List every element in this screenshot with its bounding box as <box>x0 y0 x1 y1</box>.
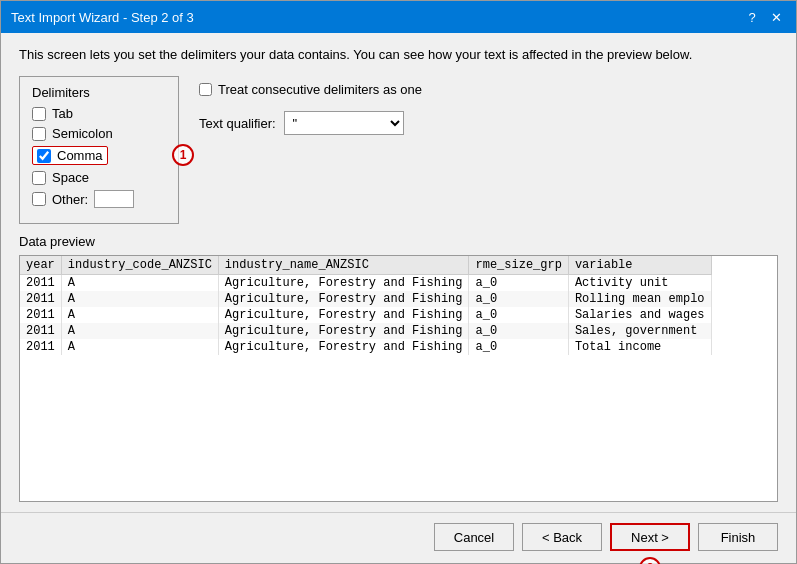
delimiters-label: Delimiters <box>32 85 166 100</box>
semicolon-row: Semicolon <box>32 126 166 141</box>
preview-tbody: 2011AAgriculture, Forestry and Fishinga_… <box>20 275 711 356</box>
dialog-title: Text Import Wizard - Step 2 of 3 <box>11 10 194 25</box>
other-label[interactable]: Other: <box>52 192 88 207</box>
annotation-circle-1: 1 <box>172 144 194 166</box>
consecutive-checkbox[interactable] <box>199 83 212 96</box>
table-cell: A <box>61 275 218 292</box>
help-button[interactable]: ? <box>742 7 762 27</box>
table-row: 2011AAgriculture, Forestry and Fishinga_… <box>20 339 711 355</box>
title-bar-controls: ? ✕ <box>742 7 786 27</box>
tab-row: Tab <box>32 106 166 121</box>
table-cell: A <box>61 291 218 307</box>
footer: Cancel < Back Next > 2 Finish <box>1 512 796 563</box>
table-cell: a_0 <box>469 291 568 307</box>
table-cell: Total income <box>568 339 711 355</box>
next-button-wrapper: Next > 2 <box>610 523 690 551</box>
table-cell: Sales, government <box>568 323 711 339</box>
qualifier-row: Text qualifier: " ' {none} <box>199 111 422 135</box>
close-button[interactable]: ✕ <box>766 7 786 27</box>
space-label[interactable]: Space <box>52 170 89 185</box>
comma-checkbox[interactable] <box>37 149 51 163</box>
table-cell: Agriculture, Forestry and Fishing <box>218 307 469 323</box>
table-cell: a_0 <box>469 275 568 292</box>
tab-checkbox[interactable] <box>32 107 46 121</box>
table-row: 2011AAgriculture, Forestry and Fishinga_… <box>20 291 711 307</box>
main-area: Delimiters Tab Semicolon Comma 1 <box>19 76 778 224</box>
annotation-circle-2: 2 <box>639 557 661 564</box>
table-cell: 2011 <box>20 307 61 323</box>
data-preview-section: Data preview yearindustry_code_ANZSICind… <box>19 234 778 502</box>
next-button[interactable]: Next > <box>610 523 690 551</box>
table-cell: Agriculture, Forestry and Fishing <box>218 339 469 355</box>
table-cell: Rolling mean emplo <box>568 291 711 307</box>
dialog-body: This screen lets you set the delimiters … <box>1 33 796 512</box>
consecutive-label[interactable]: Treat consecutive delimiters as one <box>218 82 422 97</box>
comma-label[interactable]: Comma <box>57 148 103 163</box>
space-row: Space <box>32 170 166 185</box>
comma-row: Comma 1 <box>32 146 166 165</box>
table-cell: A <box>61 339 218 355</box>
tab-label[interactable]: Tab <box>52 106 73 121</box>
table-cell: A <box>61 307 218 323</box>
preview-header-cell: industry_name_ANZSIC <box>218 256 469 275</box>
qualifier-label: Text qualifier: <box>199 116 276 131</box>
table-cell: a_0 <box>469 339 568 355</box>
dialog-window: Text Import Wizard - Step 2 of 3 ? ✕ Thi… <box>0 0 797 564</box>
table-cell: a_0 <box>469 307 568 323</box>
semicolon-label[interactable]: Semicolon <box>52 126 113 141</box>
table-cell: Salaries and wages <box>568 307 711 323</box>
preview-table: yearindustry_code_ANZSICindustry_name_AN… <box>20 256 712 355</box>
consecutive-row: Treat consecutive delimiters as one <box>199 82 422 97</box>
table-cell: 2011 <box>20 339 61 355</box>
preview-header-cell: year <box>20 256 61 275</box>
other-text-input[interactable] <box>94 190 134 208</box>
finish-button[interactable]: Finish <box>698 523 778 551</box>
table-cell: Agriculture, Forestry and Fishing <box>218 323 469 339</box>
table-cell: a_0 <box>469 323 568 339</box>
comma-checkbox-wrapper: Comma <box>32 146 108 165</box>
table-cell: 2011 <box>20 291 61 307</box>
title-bar: Text Import Wizard - Step 2 of 3 ? ✕ <box>1 1 796 33</box>
table-cell: 2011 <box>20 323 61 339</box>
table-cell: 2011 <box>20 275 61 292</box>
cancel-button[interactable]: Cancel <box>434 523 514 551</box>
space-checkbox[interactable] <box>32 171 46 185</box>
table-row: 2011AAgriculture, Forestry and Fishinga_… <box>20 307 711 323</box>
back-button[interactable]: < Back <box>522 523 602 551</box>
table-cell: Agriculture, Forestry and Fishing <box>218 291 469 307</box>
table-cell: Activity unit <box>568 275 711 292</box>
semicolon-checkbox[interactable] <box>32 127 46 141</box>
table-cell: A <box>61 323 218 339</box>
qualifier-select[interactable]: " ' {none} <box>284 111 404 135</box>
preview-header-cell: industry_code_ANZSIC <box>61 256 218 275</box>
other-row: Other: <box>32 190 166 208</box>
table-cell: Agriculture, Forestry and Fishing <box>218 275 469 292</box>
other-checkbox[interactable] <box>32 192 46 206</box>
data-preview-label: Data preview <box>19 234 778 249</box>
preview-header-cell: variable <box>568 256 711 275</box>
table-row: 2011AAgriculture, Forestry and Fishinga_… <box>20 275 711 292</box>
preview-header-cell: rme_size_grp <box>469 256 568 275</box>
table-row: 2011AAgriculture, Forestry and Fishinga_… <box>20 323 711 339</box>
delimiters-group: Delimiters Tab Semicolon Comma 1 <box>19 76 179 224</box>
description-text: This screen lets you set the delimiters … <box>19 47 778 62</box>
right-options: Treat consecutive delimiters as one Text… <box>199 76 422 224</box>
preview-container[interactable]: yearindustry_code_ANZSICindustry_name_AN… <box>19 255 778 502</box>
preview-thead: yearindustry_code_ANZSICindustry_name_AN… <box>20 256 711 275</box>
preview-header-row: yearindustry_code_ANZSICindustry_name_AN… <box>20 256 711 275</box>
